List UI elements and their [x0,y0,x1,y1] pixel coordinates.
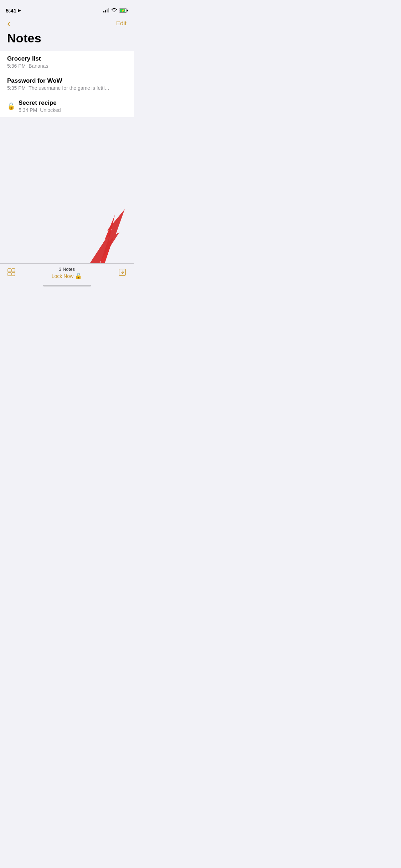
svg-marker-0 [92,215,123,266]
status-icons: ⚡ [103,8,128,13]
note-content-3: Secret recipe 5:34 PM Unlocked [19,99,127,113]
toolbar-center: 3 Notes Lock Now 🔓 [52,267,82,279]
wifi-icon [111,8,117,13]
battery-icon: ⚡ [119,9,128,12]
compose-icon [118,268,127,277]
notes-list: Grocery list 5:36 PM Bananas Password fo… [0,51,134,117]
note-item-2[interactable]: Password for WoW 5:35 PM The username fo… [0,73,134,95]
signal-icon [103,8,109,12]
page-title: Notes [0,30,134,51]
svg-rect-6 [12,273,15,276]
svg-rect-5 [8,273,11,276]
note-title-1: Grocery list [7,55,127,62]
arrow-annotation-2 [61,202,132,273]
gallery-button[interactable] [7,268,16,278]
note-preview-2: The username for the game is fettlefink.… [29,85,110,91]
note-meta-3: 5:34 PM Unlocked [19,107,127,113]
compose-button[interactable] [118,268,127,278]
notes-count: 3 Notes [59,267,75,272]
status-bar: 5:41 ▶ ⚡ [0,0,134,16]
edit-button[interactable]: Edit [116,20,127,27]
lock-icon: 🔓 [7,102,15,110]
lock-now-label: Lock Now [52,273,73,279]
back-button[interactable]: ‹ [7,19,10,29]
svg-rect-4 [12,269,15,272]
note-time-1: 5:36 PM [7,63,26,69]
note-content-1: Grocery list 5:36 PM Bananas [7,55,127,69]
lock-now-button[interactable]: Lock Now 🔓 [52,273,82,279]
note-meta-1: 5:36 PM Bananas [7,63,127,69]
svg-marker-2 [89,209,125,268]
note-time-3: 5:34 PM [19,107,37,113]
note-content-2: Password for WoW 5:35 PM The username fo… [7,77,127,91]
arrow-annotation [73,213,130,270]
lock-now-icon: 🔓 [75,273,82,279]
note-time-2: 5:35 PM [7,85,26,91]
time-display: 5:41 [6,7,16,14]
note-meta-2: 5:35 PM The username for the game is fet… [7,85,127,91]
toolbar-content: 3 Notes Lock Now 🔓 [7,267,127,279]
status-time: 5:41 ▶ [6,7,21,14]
location-icon: ▶ [18,8,21,13]
note-preview-1: Bananas [29,63,48,69]
note-item[interactable]: Grocery list 5:36 PM Bananas [0,51,134,73]
home-indicator [43,285,91,286]
svg-rect-3 [8,269,11,272]
gallery-icon [7,268,16,277]
nav-bar: ‹ Edit [0,16,134,30]
note-title-2: Password for WoW [7,77,127,84]
note-title-3: Secret recipe [19,99,127,107]
note-preview-3: Unlocked [40,107,61,113]
note-item-3[interactable]: 🔓 Secret recipe 5:34 PM Unlocked [0,95,134,117]
